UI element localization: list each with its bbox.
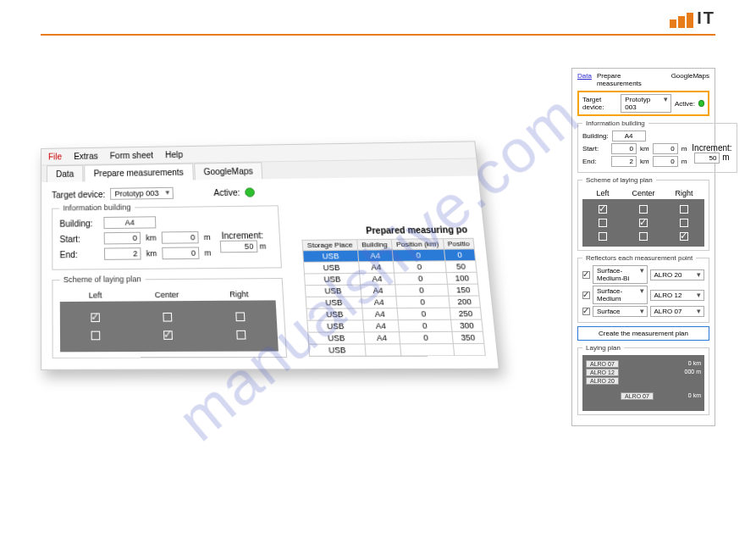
col-left: Left (60, 289, 131, 302)
col-center: Center (131, 288, 203, 301)
panel-right: Data Prepare measurements GoogleMaps Tar… (571, 68, 715, 426)
active-label: Active: (213, 187, 240, 197)
start-m-r[interactable]: 0 (653, 143, 678, 154)
col-storage: Storage Place (302, 240, 358, 251)
lay-tag: ALRO 12 (586, 369, 619, 376)
alro-dropdown[interactable]: ALRO 12 (650, 290, 705, 301)
target-dropdown[interactable]: Prototyp 003 (110, 187, 174, 200)
menu-help[interactable]: Help (165, 150, 183, 159)
incr-label: Increment: (219, 230, 266, 241)
tab-data-r[interactable]: Data (577, 72, 592, 87)
target-label-r: Target device: (582, 96, 617, 111)
tab-data[interactable]: Data (47, 165, 84, 182)
building-input[interactable]: A4 (103, 216, 156, 229)
scheme-grid-r (582, 199, 704, 247)
reflector-checkbox[interactable] (582, 308, 590, 315)
header-rule (41, 34, 715, 36)
lay-tag: ALRO 07 (621, 392, 654, 400)
surface-dropdown[interactable]: Surface-Medium (593, 286, 648, 304)
tab-gmaps-r[interactable]: GoogleMaps (671, 72, 709, 87)
building-label: Building: (59, 219, 98, 229)
col-building: Building (357, 239, 392, 250)
scheme-cb[interactable] (236, 330, 246, 340)
table-row[interactable]: USBA40200 (306, 296, 480, 308)
laying-plan-group: Laying plan ALRO 070 km ALRO 12000 m ALR… (577, 344, 709, 415)
km-unit: km (146, 234, 157, 242)
scheme-cb[interactable] (91, 331, 101, 341)
end-km-r[interactable]: 2 (611, 156, 637, 167)
alro-dropdown[interactable]: ALRO 20 (650, 269, 705, 280)
table-row[interactable]: USBA40350 (308, 331, 484, 344)
scheme-grid (60, 300, 279, 352)
scheme-cb[interactable] (599, 205, 607, 214)
incr-input-r[interactable]: 50 (694, 153, 720, 164)
scheme-cb[interactable] (163, 313, 172, 322)
end-km-input[interactable]: 2 (104, 247, 141, 260)
start-km-input[interactable]: 0 (104, 232, 141, 245)
col-right: Right (202, 288, 275, 301)
target-highlight: Target device: Prototyp 003 Active: (577, 91, 709, 116)
table-title: Prepared measuring po (301, 225, 473, 236)
col-pos-m: Positio (443, 238, 474, 249)
table-row[interactable]: USBA40150 (305, 284, 479, 297)
start-label: Start: (59, 234, 98, 244)
active-led-icon (245, 187, 255, 197)
scheme-cb[interactable] (91, 313, 101, 322)
surface-dropdown[interactable]: Surface (593, 306, 648, 317)
scheme-cb[interactable] (680, 219, 688, 227)
prepared-table-wrap: Prepared measuring po Storage Place Buil… (301, 225, 485, 357)
scheme-cb[interactable] (235, 312, 245, 321)
info-building-group-r: Information building Building: A4 Start:… (577, 119, 737, 173)
building-input-r[interactable]: A4 (612, 130, 646, 142)
brand-logo: IT (670, 8, 715, 28)
reflector-row: Surface-Medium-BiALRO 20 (582, 265, 704, 284)
scheme-cb[interactable] (599, 219, 607, 227)
m-unit: m (204, 233, 211, 242)
target-label: Target device: (52, 189, 105, 199)
end-label: End: (60, 249, 99, 259)
lay-tag: ALRO 20 (586, 377, 619, 385)
scheme-cb[interactable] (639, 205, 648, 214)
reflector-row: SurfaceALRO 07 (582, 306, 704, 317)
scheme-cb[interactable] (680, 232, 688, 241)
scheme-cb[interactable] (599, 232, 607, 241)
tab-prepare[interactable]: Prepare measurements (84, 164, 193, 182)
reflector-checkbox[interactable] (582, 271, 590, 279)
table-row[interactable]: USB (309, 343, 486, 356)
end-m-input[interactable]: 0 (162, 247, 199, 259)
scheme-cb[interactable] (639, 232, 648, 241)
menu-extras[interactable]: Extras (74, 152, 98, 161)
scheme-cb[interactable] (163, 330, 173, 340)
scheme-cb[interactable] (680, 205, 688, 214)
surface-dropdown[interactable]: Surface-Medium-Bi (593, 265, 648, 284)
end-m-r[interactable]: 0 (653, 156, 678, 167)
logo-text: IT (697, 8, 715, 28)
active-led-icon-r (698, 100, 704, 107)
col-pos-km: Position (km) (391, 239, 444, 250)
start-km-r[interactable]: 0 (611, 143, 637, 154)
scheme-legend: Scheme of laying plan (60, 275, 145, 284)
scheme-cb[interactable] (639, 219, 648, 227)
menu-form[interactable]: Form sheet (110, 151, 153, 161)
table-row[interactable]: USBA40300 (307, 319, 483, 332)
menu-file[interactable]: File (48, 152, 62, 161)
prepared-table: Storage Place Building Position (km) Pos… (301, 238, 486, 357)
target-dropdown-r[interactable]: Prototyp 003 (621, 94, 671, 113)
info-building-legend: Information building (59, 203, 134, 212)
alro-dropdown[interactable]: ALRO 07 (650, 306, 705, 317)
app-window-left: File Extras Form sheet Help Data Prepare… (41, 141, 499, 370)
start-m-input[interactable]: 0 (162, 231, 199, 244)
lay-tag: ALRO 07 (586, 360, 619, 368)
incr-input[interactable]: 50 (219, 240, 257, 253)
create-plan-button[interactable]: Create the measurement plan (577, 326, 709, 341)
table-row[interactable]: USBA40250 (306, 308, 482, 320)
reflector-row: Surface-MediumALRO 12 (582, 286, 704, 304)
active-label-r: Active: (675, 100, 695, 108)
tab-prepare-r[interactable]: Prepare measurements (597, 72, 666, 87)
reflectors-group: Reflectors each measurement point Surfac… (577, 254, 709, 323)
info-building-group: Information building Building: A4 Start:… (52, 201, 282, 270)
tab-gmaps[interactable]: GoogleMaps (194, 162, 263, 180)
reflector-checkbox[interactable] (582, 291, 590, 299)
scheme-group-r: Scheme of laying plan Left Center Right (577, 176, 709, 251)
scheme-group: Scheme of laying plan Left Center Right (52, 274, 287, 358)
